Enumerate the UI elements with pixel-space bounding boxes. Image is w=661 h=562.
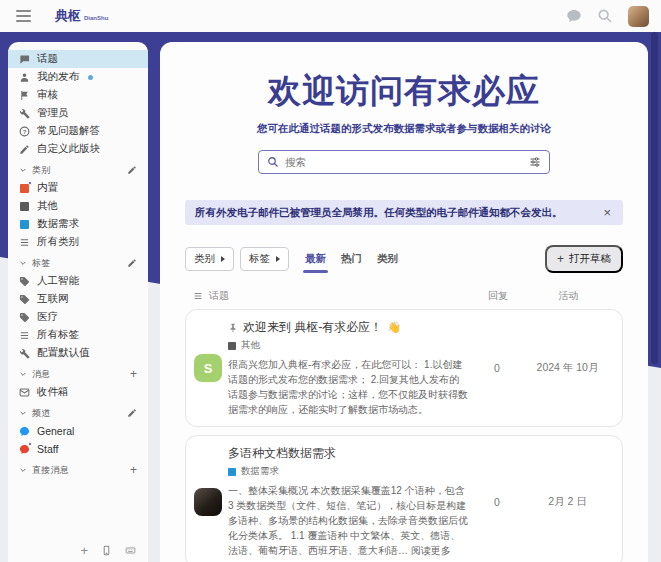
edit-categories-icon[interactable] <box>127 165 137 175</box>
topic-category[interactable]: 其他 <box>241 339 260 352</box>
topic-nav-tabs: 最新 热门 类别 <box>305 252 398 266</box>
sidebar-section-tags: 标签 <box>8 254 148 272</box>
tab-latest[interactable]: 最新 <box>305 252 326 266</box>
sidebar-item-review[interactable]: 审核 <box>8 86 148 104</box>
filter-sliders-icon[interactable] <box>529 156 541 168</box>
table-row[interactable]: 多语种文档数据需求 数据需求 一、整体采集概况 本次数据采集覆盖12 个语种，包… <box>185 435 623 562</box>
list-icon <box>19 330 30 341</box>
topic-excerpt: 很高兴您加入典枢-有求必应，在此您可以： 1.以创建话题的形式发布您的数据需求；… <box>228 357 469 417</box>
table-row[interactable]: S 欢迎来到 典枢-有求必应！ 👋 其他 很高兴您加入典枢-有求必应，在此您可以… <box>185 309 623 427</box>
sidebar-item-my-posts[interactable]: 我的发布 <box>8 68 148 86</box>
sidebar-section-categories: 类别 <box>8 161 148 179</box>
sidebar-add-icon[interactable]: + <box>80 545 88 556</box>
sidebar-item-faq[interactable]: ? 常见问题解答 <box>8 122 148 140</box>
avatar[interactable] <box>194 488 222 516</box>
topic-replies-count: 0 <box>469 362 525 374</box>
search-box[interactable] <box>258 150 550 174</box>
chevron-down-icon[interactable] <box>19 409 27 417</box>
chat-bubble-icon <box>19 444 30 455</box>
sidebar-section-channels: 频道 <box>8 404 148 422</box>
search-input[interactable] <box>285 156 523 168</box>
sidebar-item-channel-general[interactable]: General <box>8 422 148 440</box>
column-replies: 回复 <box>470 289 526 303</box>
hamburger-menu-icon[interactable] <box>16 10 31 22</box>
sidebar: 话题 我的发布 审核 管理员 ? 常见问题解答 自定义此版块 类别 <box>8 42 148 562</box>
category-color-square <box>20 184 29 193</box>
topic-filter-bar: 类别 标签 最新 热门 类别 + 打开草稿 <box>185 245 623 273</box>
user-icon <box>19 72 30 83</box>
chevron-down-icon[interactable] <box>19 166 27 174</box>
tag-icon <box>19 294 30 305</box>
page-subtitle: 您可在此通过话题的形式发布数据需求或者参与数据相关的讨论 <box>160 122 648 136</box>
sidebar-item-tag-internet[interactable]: 互联网 <box>8 290 148 308</box>
chevron-down-icon[interactable] <box>19 466 27 474</box>
wrench-icon <box>19 108 30 119</box>
chat-bubble-icon[interactable] <box>566 8 582 24</box>
topic-replies-count: 0 <box>469 496 525 508</box>
sidebar-item-category-builtin[interactable]: 内置 <box>8 179 148 197</box>
sidebar-item-category-other[interactable]: 其他 <box>8 197 148 215</box>
sidebar-item-tag-ai[interactable]: 人工智能 <box>8 272 148 290</box>
svg-text:?: ? <box>23 128 27 134</box>
search-icon <box>267 156 279 168</box>
chevron-down-icon[interactable] <box>19 259 27 267</box>
tag-dropdown[interactable]: 标签 <box>240 247 289 271</box>
sidebar-item-inbox[interactable]: 收件箱 <box>8 383 148 401</box>
topic-list-header: 话题 回复 活动 <box>185 289 623 303</box>
mobile-phone-icon[interactable] <box>101 545 112 556</box>
notification-dot <box>28 181 32 185</box>
category-color-square <box>228 468 236 476</box>
sidebar-item-all-tags[interactable]: 所有标签 <box>8 326 148 344</box>
chat-bubble-icon <box>19 426 30 437</box>
notification-dot <box>28 442 32 446</box>
alert-text: 所有外发电子邮件已被管理员全局禁用。任何类型的电子邮件通知都不会发出。 <box>195 206 563 220</box>
category-dropdown[interactable]: 类别 <box>185 247 234 271</box>
sidebar-item-topics[interactable]: 话题 <box>8 50 148 68</box>
add-message-icon[interactable]: + <box>130 369 137 379</box>
sidebar-item-customize[interactable]: 自定义此版块 <box>8 140 148 158</box>
user-avatar[interactable] <box>628 6 649 27</box>
scrollbar-thumb[interactable] <box>651 32 658 364</box>
site-logo[interactable]: 典枢 DianShu <box>55 7 108 25</box>
wrench-icon <box>19 348 30 359</box>
tab-categories[interactable]: 类别 <box>377 252 398 266</box>
envelope-icon <box>19 387 30 398</box>
close-icon[interactable]: × <box>601 205 613 220</box>
admin-alert-banner: 所有外发电子邮件已被管理员全局禁用。任何类型的电子邮件通知都不会发出。 × <box>185 200 623 225</box>
topic-activity-date[interactable]: 2月 2 日 <box>525 495 610 509</box>
chevron-down-icon[interactable] <box>19 370 27 378</box>
edit-tags-icon[interactable] <box>127 258 137 268</box>
tab-hot[interactable]: 热门 <box>341 252 362 266</box>
caret-right-icon <box>221 256 225 262</box>
topic-category[interactable]: 数据需求 <box>241 465 279 478</box>
main-content: 欢迎访问有求必应 您可在此通过话题的形式发布数据需求或者参与数据相关的讨论 所有… <box>160 42 648 562</box>
topic-title[interactable]: 多语种文档数据需求 <box>228 445 336 462</box>
sidebar-item-category-data-request[interactable]: 数据需求 <box>8 215 148 233</box>
plus-icon: + <box>557 254 564 264</box>
wave-emoji: 👋 <box>387 321 401 334</box>
sidebar-item-admin[interactable]: 管理员 <box>8 104 148 122</box>
topic-activity-date[interactable]: 2024 年 10月 <box>525 361 610 375</box>
sidebar-item-all-categories[interactable]: 所有类别 <box>8 233 148 251</box>
avatar[interactable]: S <box>194 354 222 382</box>
search-icon[interactable] <box>597 8 613 24</box>
sidebar-item-channel-staff[interactable]: Staff <box>8 440 148 458</box>
sidebar-footer: + <box>80 545 136 556</box>
column-topics: 话题 <box>209 289 229 303</box>
tag-icon <box>19 312 30 323</box>
open-draft-button[interactable]: + 打开草稿 <box>545 245 623 273</box>
edit-channels-icon[interactable] <box>127 408 137 418</box>
column-activity: 活动 <box>526 289 611 303</box>
keyboard-icon[interactable] <box>125 545 136 556</box>
add-direct-message-icon[interactable]: + <box>130 465 137 475</box>
question-circle-icon: ? <box>19 126 30 137</box>
comment-icon <box>19 54 30 65</box>
sidebar-item-configure-defaults[interactable]: 配置默认值 <box>8 344 148 362</box>
sidebar-item-tag-medical[interactable]: 医疗 <box>8 308 148 326</box>
topic-title[interactable]: 欢迎来到 典枢-有求必应！ <box>243 319 382 336</box>
tag-icon <box>19 276 30 287</box>
caret-right-icon <box>276 256 280 262</box>
category-color-square <box>20 202 29 211</box>
pin-icon <box>228 323 238 333</box>
category-color-square <box>228 342 236 350</box>
